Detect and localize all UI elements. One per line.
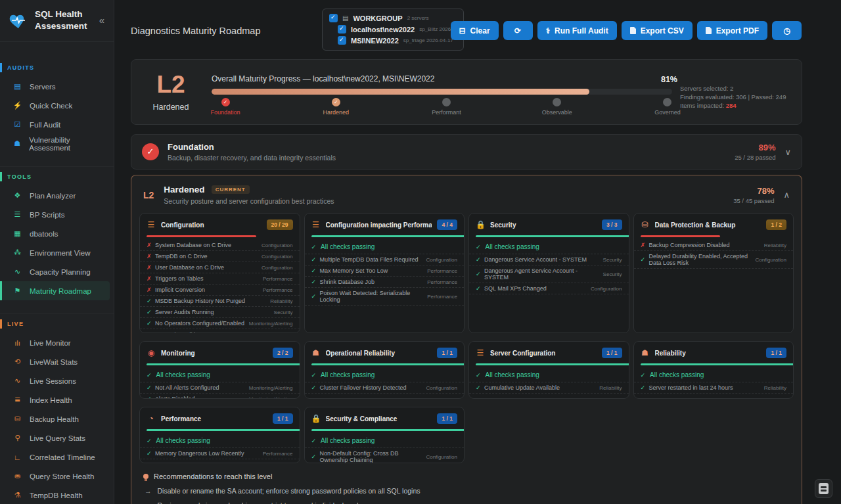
all-checks-passing: ✓All checks passing bbox=[305, 434, 465, 448]
sidebar-item[interactable]: ≣ Index Health bbox=[0, 390, 110, 409]
sidebar-item[interactable]: ⚡ Quick Check bbox=[0, 96, 110, 115]
level-code: L2 bbox=[156, 72, 185, 97]
milestones: ✓ Foundation ✓ Hardened Performant Obser… bbox=[212, 95, 672, 118]
check-row: ✓ No Operators Configured/Enabled Monito… bbox=[140, 318, 300, 329]
check-status-icon: ✗ bbox=[147, 286, 155, 293]
sidebar-item[interactable]: ⟲ LiveWait Stats bbox=[0, 352, 110, 371]
server-row[interactable]: MSI\NEW2022 sp_triage 2026-04-17 bbox=[338, 36, 457, 45]
check-category: Configuration bbox=[261, 242, 293, 248]
server-checkbox[interactable] bbox=[338, 25, 346, 34]
check-row: ✓ Shrink Database Job Performance bbox=[305, 277, 465, 288]
card-progress-bar bbox=[311, 429, 465, 431]
sidebar-item[interactable]: ∟ Correlated Timeline bbox=[0, 447, 110, 467]
milestone-dot bbox=[553, 98, 561, 106]
shield-icon: ☗ bbox=[641, 348, 650, 357]
card-data-protection-backup: ⛁ Data Protection & Backup 1 / 2 ✗ Backu… bbox=[633, 213, 794, 333]
export-pdf-button[interactable]: Export PDF bbox=[697, 21, 767, 40]
sidebar-item[interactable]: ⛂ Query Store Health bbox=[0, 467, 110, 486]
clear-button[interactable]: ⊟ Clear bbox=[451, 21, 499, 40]
sidebar-item-icon: ⚑ bbox=[12, 286, 23, 295]
check-row: ✓ Delayed Durability Enabled, Accepted D… bbox=[634, 251, 794, 269]
recommendations-title-row: Recommendations to reach this level bbox=[143, 472, 790, 480]
check-status-icon: ✓ bbox=[311, 267, 320, 274]
milestone-governed: Governed bbox=[639, 98, 696, 116]
export-csv-button[interactable]: Export CSV bbox=[622, 21, 693, 40]
panel-toggle-button[interactable] bbox=[815, 479, 832, 498]
chevron-down-icon[interactable]: ∨ bbox=[784, 147, 791, 157]
card-operational-reliability: ☗ Operational Reliability 1 / 1 ✓All che… bbox=[304, 341, 465, 399]
check-category: Configuration bbox=[261, 332, 293, 333]
server-stack-icon: ▤ bbox=[342, 14, 348, 22]
sidebar-item[interactable]: ⛁ Backup Health bbox=[0, 409, 110, 428]
milestone-foundation: ✓ Foundation bbox=[197, 98, 254, 116]
sidebar-item[interactable]: ☗ Vulnerability Assessment bbox=[0, 134, 110, 153]
refresh-button[interactable]: ⟳ bbox=[503, 21, 533, 40]
check-category: Configuration bbox=[426, 257, 457, 263]
workgroup-row[interactable]: ▤ WORKGROUP 2 servers bbox=[329, 14, 457, 22]
sidebar-item[interactable]: ılı Live Monitor bbox=[0, 333, 110, 352]
eye-icon: ◉ bbox=[147, 348, 156, 357]
section-label-tools: TOOLS bbox=[0, 172, 114, 181]
sidebar-item[interactable]: ▦ dbatools bbox=[0, 224, 110, 243]
sidebar-item-icon: ☗ bbox=[12, 139, 22, 148]
foundation-check-icon: ✓ bbox=[142, 143, 159, 160]
check-status-icon: ✓ bbox=[476, 285, 484, 292]
sidebar[interactable]: SQL Health Assessment « AUDITS ▤ Servers… bbox=[0, 0, 114, 504]
sidebar-collapse-icon[interactable]: « bbox=[97, 13, 107, 27]
sidebar-item-icon: ❖ bbox=[12, 191, 23, 200]
foundation-level-row[interactable]: ✓ Foundation Backup, disaster recovery, … bbox=[131, 134, 802, 170]
card-title: Reliability bbox=[655, 350, 761, 357]
sidebar-item-icon: ⚡ bbox=[12, 101, 23, 110]
sidebar-item[interactable]: ⚗ TempDB Health bbox=[0, 486, 110, 504]
sidebar-item-label: Servers bbox=[30, 83, 56, 91]
sidebar-item[interactable]: ☑ Full Audit bbox=[0, 115, 110, 134]
sidebar-item[interactable]: ☰ BP Scripts bbox=[0, 205, 110, 224]
card-progress-bar bbox=[147, 429, 300, 431]
recommendation-text: Review sysadmin membership — restrict to… bbox=[158, 501, 362, 504]
workgroup-checkbox[interactable] bbox=[329, 14, 338, 22]
card-title: Security bbox=[490, 221, 597, 229]
check-icon: ✓ bbox=[311, 372, 317, 378]
check-name: Memory Dangerous Low Recently bbox=[155, 450, 263, 457]
hardened-header[interactable]: L2 Hardened CURRENT Security posture and… bbox=[139, 183, 794, 213]
check-name: Alerts Disabled bbox=[155, 396, 249, 399]
sidebar-item[interactable]: ∿ Capacity Planning bbox=[0, 262, 110, 281]
sidebar-item[interactable]: ❖ Plan Analyzer bbox=[0, 186, 110, 205]
check-status-icon: ✓ bbox=[311, 279, 320, 285]
check-icon: ✓ bbox=[147, 372, 152, 378]
check-status-icon: ✗ bbox=[147, 253, 155, 260]
check-status-icon: ✗ bbox=[147, 242, 155, 248]
check-category: Security bbox=[603, 271, 622, 277]
check-list[interactable]: ✗ System Database on C Drive Configurati… bbox=[140, 240, 300, 332]
run-full-audit-button[interactable]: ⚕ Run Full Audit bbox=[537, 21, 617, 40]
sidebar-item-label: Index Health bbox=[30, 396, 72, 404]
check-row: ✗ Backup Compression Disabled Reliabilit… bbox=[634, 240, 794, 251]
check-row: ✓ Non-Default Config: Cross DB Ownership… bbox=[305, 448, 465, 463]
check-row: ✓ Cluster Failover History Detected Conf… bbox=[305, 382, 465, 394]
sidebar-item[interactable]: ⚑ Maturity Roadmap bbox=[0, 281, 110, 300]
list-icon bbox=[819, 483, 829, 494]
lock-icon: 🔒 bbox=[311, 414, 321, 423]
foundation-name: Foundation bbox=[168, 142, 336, 152]
check-name: Triggers on Tables bbox=[155, 275, 263, 282]
check-name: Max Memory Set Too Low bbox=[320, 267, 428, 274]
sidebar-section-live: LIVE ılı Live Monitor ⟲ LiveWait Stats ∿… bbox=[0, 313, 114, 504]
all-checks-passing: ✓All checks passing bbox=[140, 368, 300, 382]
history-button[interactable]: ◷ bbox=[772, 21, 802, 40]
check-row: ✓ Poison Wait Detected: Serializable Loc… bbox=[305, 288, 465, 306]
sidebar-item[interactable]: ▤ Servers bbox=[0, 77, 110, 96]
check-category: Configuration bbox=[426, 385, 457, 391]
sidebar-item[interactable]: ⚲ Live Query Stats bbox=[0, 428, 110, 447]
sidebar-item-label: Environment View bbox=[30, 249, 90, 257]
server-checkbox[interactable] bbox=[338, 36, 346, 45]
check-status-icon: ✓ bbox=[311, 256, 320, 263]
check-status-icon: ✓ bbox=[311, 293, 320, 300]
sidebar-item[interactable]: ⁂ Environment View bbox=[0, 243, 110, 262]
check-icon: ✓ bbox=[311, 438, 317, 444]
chevron-up-icon[interactable]: ∧ bbox=[783, 190, 790, 200]
check-status-icon: ✗ bbox=[147, 275, 155, 282]
check-category: Configuration bbox=[261, 254, 293, 260]
section-label-live: LIVE bbox=[0, 319, 114, 329]
sidebar-item[interactable]: ∿ Live Sessions bbox=[0, 371, 110, 390]
server-row[interactable]: localhost\new2022 sp_Blitz 2026-04-17 bbox=[338, 25, 457, 34]
